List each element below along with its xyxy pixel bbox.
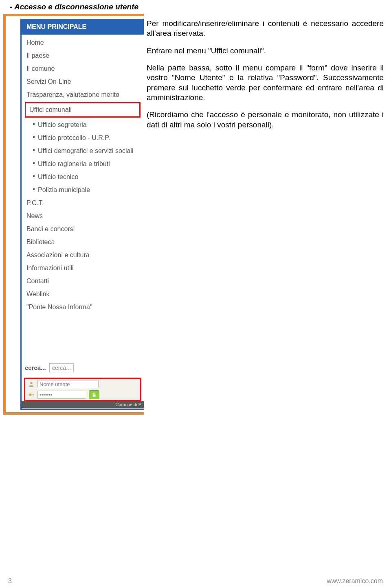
- body-p3: Nella parte bassa, sotto il menu compare…: [147, 63, 384, 103]
- login-row-password: [25, 389, 140, 400]
- body-p2: Entrare nel menu "Uffici comunali".: [147, 46, 384, 56]
- menu-item-2[interactable]: Il comune: [22, 62, 144, 75]
- body-p1: Per modificare/inserire/eliminare i cont…: [147, 19, 384, 39]
- menu-item-6[interactable]: Ufficio segreteria: [22, 118, 144, 131]
- menu-item-8[interactable]: Uffici demografici e servizi sociali: [22, 144, 144, 157]
- svg-rect-3: [33, 394, 33, 396]
- search-input[interactable]: cerca...: [49, 363, 74, 372]
- login-button[interactable]: [89, 390, 99, 399]
- menu-inner: MENU PRINCIPALE HomeIl paeseIl comuneSer…: [20, 19, 144, 410]
- login-form: [24, 378, 141, 401]
- search-row: cerca... cerca...: [22, 362, 144, 374]
- svg-point-0: [30, 382, 32, 384]
- password-input[interactable]: [37, 391, 86, 399]
- heading-text: Accesso e disconnessione utente: [14, 2, 138, 11]
- menu-item-3[interactable]: Servizi On-Line: [22, 75, 144, 88]
- svg-point-1: [29, 393, 31, 396]
- body-p4: (Ricordiamo che l'accesso è personale e …: [147, 110, 384, 130]
- page-footer: 3 www.zeramico.com: [8, 577, 383, 585]
- page-heading: - Accesso e disconnessione utente: [10, 2, 138, 11]
- key-icon: [28, 391, 35, 398]
- menu-item-16[interactable]: Associazioni e cultura: [22, 249, 144, 262]
- menu-item-19[interactable]: Weblink: [22, 288, 144, 301]
- panel-footer-strip: Comune di P: [22, 401, 144, 408]
- menu-item-18[interactable]: Contatti: [22, 275, 144, 288]
- user-icon: [28, 380, 35, 388]
- menu-item-11[interactable]: Polizia municipale: [22, 184, 144, 197]
- search-label: cerca...: [25, 364, 46, 371]
- site-url: www.zeramico.com: [327, 577, 383, 585]
- menu-item-20[interactable]: "Ponte Nossa Informa": [22, 301, 144, 314]
- page-number: 3: [8, 577, 12, 585]
- menu-item-12[interactable]: P.G.T.: [22, 197, 144, 210]
- menu-list: HomeIl paeseIl comuneServizi On-LineTras…: [22, 35, 144, 316]
- svg-rect-4: [93, 394, 96, 396]
- login-row-username: [25, 379, 140, 389]
- menu-item-0[interactable]: Home: [22, 36, 144, 49]
- menu-item-13[interactable]: News: [22, 210, 144, 223]
- menu-item-7[interactable]: Ufficio protocollo - U.R.P.: [22, 131, 144, 144]
- menu-item-14[interactable]: Bandi e concorsi: [22, 223, 144, 236]
- body-text: Per modificare/inserire/eliminare i cont…: [147, 19, 384, 137]
- username-input[interactable]: [37, 380, 99, 388]
- menu-item-4[interactable]: Trasparenza, valutazione merito: [22, 88, 144, 101]
- menu-item-15[interactable]: Biblioteca: [22, 236, 144, 249]
- menu-item-10[interactable]: Ufficio tecnico: [22, 170, 144, 184]
- menu-item-5[interactable]: Uffici comunali: [25, 102, 141, 118]
- menu-item-17[interactable]: Informazioni utili: [22, 262, 144, 275]
- menu-item-1[interactable]: Il paese: [22, 49, 144, 62]
- menu-header: MENU PRINCIPALE: [22, 20, 144, 35]
- lock-icon: [91, 392, 97, 398]
- heading-prefix: -: [10, 2, 14, 11]
- menu-item-9[interactable]: Ufficio ragioneria e tributi: [22, 157, 144, 170]
- menu-screenshot-panel: MENU PRINCIPALE HomeIl paeseIl comuneSer…: [3, 14, 144, 415]
